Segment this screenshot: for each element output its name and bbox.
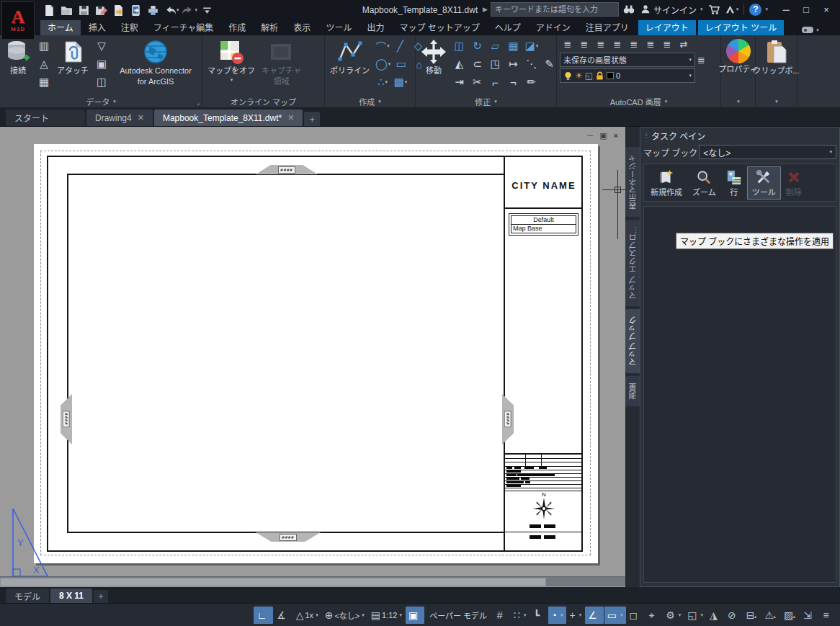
panel-label-data[interactable]: データ▾ ⌟ — [0, 95, 202, 107]
layer-lock-icon[interactable]: ≣ — [643, 37, 658, 51]
performance-warning-button[interactable]: ⚠ — [761, 607, 780, 624]
signin-button[interactable]: サインイン ▾ — [639, 4, 705, 16]
snap-point-icon[interactable]: ⋱ — [523, 55, 540, 73]
geolocation-button[interactable]: ⊕ <なし> ▾ — [322, 607, 367, 624]
selection-cycling-button[interactable]: ◻ — [627, 607, 645, 624]
erase-icon[interactable]: ✏ — [523, 73, 540, 91]
edit-icon[interactable]: ✎ — [541, 55, 558, 73]
grid-display-button[interactable]: # — [493, 607, 510, 624]
paperspace-ucs-button[interactable]: ∟ — [254, 607, 273, 624]
viewport-scale-button[interactable]: ▤ 1:12 ▾ — [368, 607, 405, 624]
annotation-objects-button[interactable]: ◮ — [707, 607, 724, 624]
drawing-minimize-icon[interactable]: ─ — [587, 131, 593, 140]
connect-button[interactable]: 接続 — [3, 37, 33, 77]
model-tab[interactable]: モデル — [6, 589, 49, 603]
save-as-button[interactable] — [94, 2, 110, 18]
help-icon[interactable]: ? — [749, 4, 761, 16]
isoplane-button[interactable]: ∡ — [274, 607, 292, 624]
filetab-mapbook-template[interactable]: Mapbook_Template_8X11.dwt* ✕ — [154, 109, 303, 126]
tab-feature-edit[interactable]: フィーチャ編集 — [146, 19, 221, 35]
move-button[interactable]: 移動 — [419, 37, 449, 77]
close-button[interactable]: × — [817, 2, 836, 17]
search-icon[interactable] — [622, 2, 636, 17]
clipboard-button[interactable]: クリップボ... — [751, 37, 801, 77]
tab-output[interactable]: 出力 — [359, 19, 391, 35]
redo-button[interactable]: ▾ — [182, 2, 199, 18]
layer-state-dropdown[interactable]: 未保存の画層状態 ▾ — [560, 53, 695, 67]
mapbook-content-area[interactable] — [643, 206, 836, 583]
scale-lock-button[interactable]: ▣ — [406, 607, 424, 624]
dynamic-input-button[interactable]: ▭ ▾ — [604, 607, 626, 624]
undo-button[interactable]: ▾ — [163, 2, 180, 18]
osnap-tracking-button[interactable]: + ▾ — [567, 607, 585, 624]
layer-unlock-icon[interactable]: ≣ — [659, 37, 675, 51]
panel-label-modify[interactable]: 修正▾ — [416, 95, 556, 107]
save-button[interactable] — [76, 2, 92, 18]
tab-insert[interactable]: 挿入 — [81, 19, 113, 35]
arcgis-connector-button[interactable]: Autodesk Connector for ArcGIS — [112, 37, 199, 88]
array-icon[interactable]: ▦ — [505, 37, 522, 55]
tab-featured-apps[interactable]: 注目アプリ — [578, 19, 636, 35]
new-layout-button[interactable]: + — [94, 590, 108, 603]
rotate-icon[interactable]: ↻ — [469, 37, 486, 55]
tab-help[interactable]: ヘルプ — [488, 19, 528, 35]
tab-view[interactable]: 表示 — [286, 19, 318, 35]
panel-label-online-map[interactable]: オンライン マップ — [202, 95, 324, 107]
layer-thaw-icon[interactable]: ≣ — [609, 37, 625, 51]
circle-icon[interactable]: ◯▾ — [374, 55, 392, 73]
import-icon[interactable]: ◫ — [93, 73, 110, 91]
application-menu-button[interactable]: A M3D — [1, 1, 35, 40]
scrollbar-thumb[interactable] — [0, 578, 546, 586]
panel-label-clipboard[interactable]: ▾ — [756, 95, 797, 107]
filetab-start[interactable]: スタート — [6, 109, 85, 126]
query-icon[interactable]: ◬ — [35, 55, 53, 73]
filetab-drawing4[interactable]: Drawing4 ✕ — [86, 109, 153, 126]
grip-handle-icon[interactable]: ⁞⁞ — [645, 132, 647, 139]
polar-tracking-button[interactable]: ◔ ▾ — [548, 607, 566, 624]
qat-customize-button[interactable] — [200, 2, 215, 18]
close-tab-icon[interactable]: ✕ — [287, 113, 294, 122]
table-icon[interactable]: ▦ — [35, 73, 53, 91]
copy-icon[interactable]: ◫ — [451, 37, 468, 55]
insert-image-icon[interactable]: ▣ — [93, 55, 110, 73]
layout-tab-8x11[interactable]: 8 X 11 — [50, 589, 92, 603]
drawing-restore-icon[interactable]: ▣ — [599, 131, 607, 140]
annotation-monitor-button[interactable]: ⌖ — [645, 607, 662, 624]
rectangle-icon[interactable]: ▭ — [393, 55, 410, 73]
panel-label-autocad-layers[interactable]: AutoCAD 画層▾ — [557, 95, 720, 107]
offset-icon[interactable]: ⇥ — [451, 73, 468, 91]
tab-tools[interactable]: ツール — [318, 19, 359, 35]
horizontal-scrollbar[interactable] — [0, 576, 625, 586]
new-file-button[interactable] — [42, 2, 58, 18]
new-mapbook-button[interactable]: 新規作成 — [645, 166, 687, 200]
stretch-icon[interactable]: ▱ — [487, 37, 504, 55]
tab-addins[interactable]: アドイン — [529, 19, 578, 35]
app-store-cart-icon[interactable] — [707, 2, 721, 17]
join-icon[interactable]: ¬ — [505, 73, 522, 91]
layer-off-icon[interactable]: ≣ — [626, 37, 642, 51]
multiple-points-icon[interactable]: ∴▾ — [374, 73, 391, 91]
etransmit-button[interactable] — [128, 2, 144, 18]
help-search-input[interactable] — [491, 2, 619, 17]
tab-annotate[interactable]: 注釈 — [114, 19, 146, 35]
close-tab-icon[interactable]: ✕ — [138, 113, 144, 122]
fullscreen-button[interactable]: ⇲ — [800, 607, 818, 624]
mirror-icon[interactable]: ◭ — [451, 55, 468, 73]
map-off-button[interactable]: マップをオフ ▾ — [205, 37, 257, 84]
layer-isolate-icon[interactable]: ≣ — [560, 37, 576, 51]
snap-mode-button[interactable]: ∷ ▾ — [511, 607, 529, 624]
autodesk-app-icon[interactable]: ▾ — [724, 2, 738, 17]
drawing-close-icon[interactable]: × — [614, 131, 618, 140]
lengthen-icon[interactable]: ↦ — [505, 55, 522, 73]
attach-button[interactable]: アタッチ — [55, 37, 91, 77]
sidetab-display-manager[interactable]: 表示マネージャ — [625, 147, 640, 217]
settings-gear-button[interactable]: ⚙ ▾ — [663, 607, 684, 624]
customize-statusbar-button[interactable]: ≡ — [819, 607, 836, 624]
plot-button[interactable] — [146, 2, 161, 18]
polyline-button[interactable]: ポリライン — [328, 37, 372, 77]
annotation-scale-button[interactable]: △ 1x ▾ — [293, 607, 321, 624]
open-file-button[interactable] — [59, 2, 75, 18]
rows-button[interactable]: 行 — [721, 166, 747, 200]
tab-map-setup[interactable]: マップ セットアップ — [392, 19, 486, 35]
zoom-mapbook-button[interactable]: ズーム — [687, 166, 721, 200]
